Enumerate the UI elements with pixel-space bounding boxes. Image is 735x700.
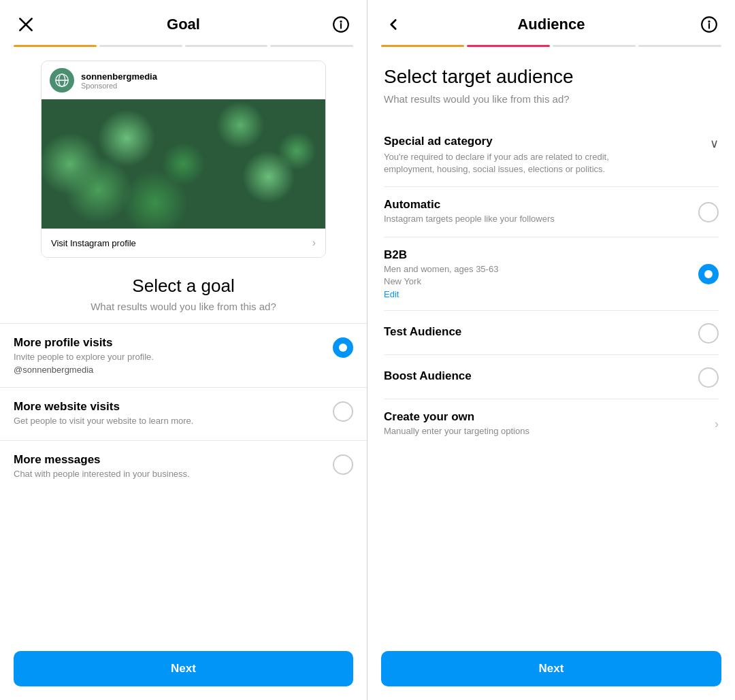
- preview-header: sonnenbergmedia Sponsored: [42, 61, 325, 99]
- radio-test[interactable]: [698, 323, 719, 344]
- goal-option-profile-visits-user: @sonnenbergmedia: [14, 365, 322, 375]
- audience-progress-seg-3: [553, 45, 636, 47]
- audience-option-test[interactable]: Test Audience: [384, 311, 719, 355]
- audience-panel: Audience Select target audience What res…: [368, 0, 735, 700]
- radio-boost[interactable]: [698, 367, 719, 388]
- goal-option-profile-visits-desc: Invite people to explore your profile.: [14, 352, 322, 362]
- audience-option-automatic-desc: Instagram targets people like your follo…: [384, 213, 687, 225]
- audience-progress-seg-1: [381, 45, 464, 47]
- goal-content: sonnenbergmedia Sponsored Visit Instagra…: [0, 52, 367, 641]
- goal-panel: Goal: [0, 0, 368, 700]
- chevron-right-icon: ›: [715, 417, 719, 431]
- goal-option-website-visits-title: More website visits: [14, 400, 322, 414]
- radio-automatic[interactable]: [698, 202, 719, 222]
- goal-option-website-visits-desc: Get people to visit your website to lear…: [14, 416, 322, 426]
- succulent-background: [42, 99, 325, 229]
- audience-option-b2b-location: New York: [384, 276, 687, 288]
- goal-title: Goal: [167, 16, 200, 33]
- close-icon: [17, 16, 35, 33]
- radio-website-visits[interactable]: [333, 401, 353, 422]
- goal-option-messages[interactable]: More messages Chat with people intereste…: [0, 441, 367, 493]
- ad-preview-card: sonnenbergmedia Sponsored Visit Instagra…: [41, 61, 326, 258]
- audience-section-subtitle: What results would you like from this ad…: [384, 93, 719, 105]
- special-ad-category-section[interactable]: Special ad category You're required to d…: [384, 124, 719, 187]
- chevron-down-icon: ∨: [710, 136, 719, 151]
- goal-option-website-visits[interactable]: More website visits Get people to visit …: [0, 388, 367, 441]
- radio-b2b[interactable]: [698, 264, 719, 284]
- goal-option-messages-desc: Chat with people interested in your busi…: [14, 469, 322, 479]
- special-ad-category-title: Special ad category: [384, 135, 642, 148]
- audience-option-b2b-desc: Men and women, ages 35-63: [384, 263, 687, 276]
- audience-option-boost[interactable]: Boost Audience: [384, 355, 719, 399]
- audience-progress-seg-4: [638, 45, 721, 47]
- audience-main-content: Select target audience What results woul…: [368, 52, 735, 448]
- audience-option-boost-title: Boost Audience: [384, 369, 687, 383]
- goal-option-messages-title: More messages: [14, 453, 322, 467]
- audience-progress-seg-2: [467, 45, 550, 47]
- special-ad-category-desc: You're required to declare if your ads a…: [384, 151, 642, 176]
- radio-messages[interactable]: [333, 454, 353, 475]
- progress-seg-2: [99, 45, 182, 47]
- audience-next-button[interactable]: Next: [381, 651, 721, 686]
- globe-icon: [54, 73, 69, 88]
- audience-option-create-own-desc: Manually enter your targeting options: [384, 425, 704, 437]
- back-icon: [385, 16, 402, 33]
- audience-content-area: Select target audience What results woul…: [368, 52, 735, 641]
- audience-option-automatic-content: Automatic Instagram targets people like …: [384, 198, 698, 225]
- goal-option-profile-visits-content: More profile visits Invite people to exp…: [14, 336, 333, 375]
- progress-seg-3: [185, 45, 268, 47]
- sponsored-label: Sponsored: [81, 82, 157, 90]
- close-button[interactable]: [14, 12, 38, 37]
- goal-option-messages-content: More messages Chat with people intereste…: [14, 453, 333, 481]
- avatar: [50, 68, 74, 93]
- audience-option-b2b-title: B2B: [384, 248, 687, 262]
- audience-info-icon: [700, 16, 718, 33]
- audience-progress-bar: [368, 45, 735, 52]
- audience-title-header: Audience: [517, 16, 585, 33]
- goal-option-profile-visits-title: More profile visits: [14, 336, 322, 350]
- audience-option-automatic[interactable]: Automatic Instagram targets people like …: [384, 187, 719, 237]
- goal-option-profile-visits[interactable]: More profile visits Invite people to exp…: [0, 324, 367, 388]
- goal-section-subtitle: What results would you like from this ad…: [0, 301, 367, 323]
- audience-header: Audience: [368, 0, 735, 45]
- special-ad-category-header[interactable]: Special ad category You're required to d…: [384, 135, 719, 176]
- audience-option-create-own[interactable]: Create your own Manually enter your targ…: [384, 399, 719, 448]
- preview-chevron-icon: ›: [312, 237, 316, 249]
- goal-next-container: Next: [0, 641, 367, 700]
- info-icon: [332, 16, 350, 33]
- audience-option-create-own-title: Create your own: [384, 410, 704, 424]
- progress-seg-4: [270, 45, 353, 47]
- goal-option-website-visits-content: More website visits Get people to visit …: [14, 400, 333, 428]
- audience-option-create-own-content: Create your own Manually enter your targ…: [384, 410, 715, 437]
- audience-option-b2b[interactable]: B2B Men and women, ages 35-63 New York E…: [384, 237, 719, 311]
- audience-next-container: Next: [368, 641, 735, 700]
- radio-profile-visits[interactable]: [333, 337, 353, 358]
- audience-option-b2b-content: B2B Men and women, ages 35-63 New York E…: [384, 248, 698, 299]
- cta-label: Visit Instagram profile: [51, 238, 136, 248]
- account-name: sonnenbergmedia: [81, 71, 157, 82]
- goal-info-button[interactable]: [329, 12, 353, 37]
- goal-header: Goal: [0, 0, 367, 45]
- goal-section-title: Select a goal: [0, 269, 367, 301]
- preview-account-info: sonnenbergmedia Sponsored: [81, 71, 157, 90]
- goal-progress-bar: [0, 45, 367, 52]
- audience-option-test-title: Test Audience: [384, 325, 687, 339]
- preview-image: [42, 99, 325, 229]
- audience-option-b2b-edit[interactable]: Edit: [384, 289, 687, 299]
- preview-footer: Visit Instagram profile ›: [42, 229, 325, 257]
- audience-option-test-content: Test Audience: [384, 325, 698, 340]
- back-button[interactable]: [381, 12, 406, 37]
- goal-next-button[interactable]: Next: [14, 651, 353, 686]
- audience-info-button[interactable]: [697, 12, 721, 37]
- progress-seg-1: [14, 45, 97, 47]
- special-ad-category-content: Special ad category You're required to d…: [384, 135, 642, 176]
- audience-option-boost-content: Boost Audience: [384, 369, 698, 384]
- audience-option-automatic-title: Automatic: [384, 198, 687, 212]
- audience-section-title: Select target audience: [384, 66, 719, 88]
